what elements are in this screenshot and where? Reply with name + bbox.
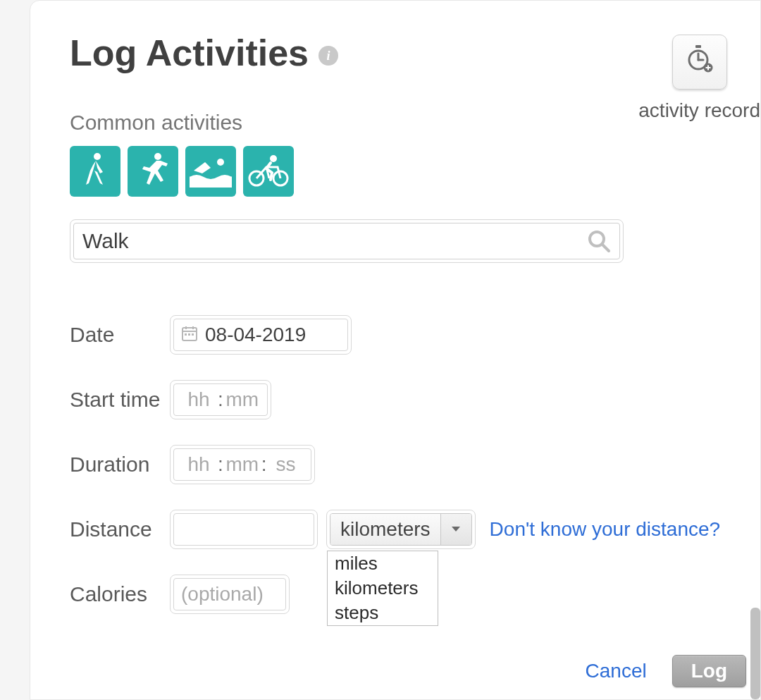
date-field[interactable] bbox=[173, 319, 348, 351]
cancel-button[interactable]: Cancel bbox=[586, 660, 647, 682]
distance-help-link[interactable]: Don't know your distance? bbox=[490, 518, 721, 541]
page-title: Log Activities i bbox=[70, 32, 338, 74]
activity-record-label: activity record bbox=[638, 99, 760, 122]
form-grid: Date bbox=[70, 315, 760, 614]
stopwatch-add-icon bbox=[684, 44, 715, 80]
activity-record-section: activity record bbox=[638, 35, 760, 122]
duration-ss-input[interactable] bbox=[268, 453, 304, 476]
svg-rect-19 bbox=[185, 333, 187, 336]
activity-record-button[interactable] bbox=[672, 35, 727, 90]
row-distance: Distance kilometers Don't know your dist… bbox=[70, 510, 760, 549]
log-activities-panel: Log Activities i activity record Common … bbox=[30, 0, 761, 700]
duration-hh-input[interactable] bbox=[181, 453, 216, 476]
activity-search-input[interactable] bbox=[82, 229, 587, 253]
scrollbar-thumb[interactable] bbox=[750, 608, 760, 699]
activity-search-field[interactable] bbox=[73, 223, 620, 259]
distance-unit-select-wrap: kilometers bbox=[326, 510, 476, 549]
unit-option-kilometers[interactable]: kilometers bbox=[328, 576, 438, 601]
start-mm-input[interactable] bbox=[225, 388, 260, 411]
svg-point-9 bbox=[217, 159, 224, 166]
colon: : bbox=[216, 453, 225, 476]
start-hh-input[interactable] bbox=[181, 388, 216, 411]
activity-walk-button[interactable] bbox=[70, 146, 120, 197]
colon: : bbox=[260, 453, 268, 476]
label-start-time: Start time bbox=[70, 388, 170, 412]
distance-unit-dropdown[interactable]: miles kilometers steps bbox=[327, 551, 438, 626]
svg-point-7 bbox=[94, 153, 101, 160]
activity-swim-button[interactable] bbox=[185, 146, 236, 197]
distance-wrap bbox=[170, 510, 318, 549]
date-field-wrap bbox=[170, 315, 352, 355]
start-time-wrap: : bbox=[170, 380, 271, 419]
label-distance: Distance bbox=[70, 517, 170, 541]
duration-mm-input[interactable] bbox=[225, 453, 260, 476]
calories-wrap bbox=[170, 575, 290, 614]
label-date: Date bbox=[70, 323, 170, 347]
svg-rect-20 bbox=[188, 333, 190, 336]
chevron-down-icon bbox=[440, 514, 471, 545]
swim-icon bbox=[190, 152, 232, 190]
page-title-text: Log Activities bbox=[70, 32, 309, 74]
activity-bike-button[interactable] bbox=[243, 146, 294, 197]
activity-run-button[interactable] bbox=[128, 146, 178, 197]
svg-line-14 bbox=[602, 245, 609, 251]
calories-field[interactable] bbox=[173, 578, 286, 610]
row-start-time: Start time : bbox=[70, 380, 760, 419]
common-activities-row bbox=[70, 146, 760, 197]
svg-point-8 bbox=[154, 153, 161, 160]
unit-option-miles[interactable]: miles bbox=[328, 551, 438, 576]
label-duration: Duration bbox=[70, 453, 170, 477]
svg-rect-0 bbox=[695, 45, 701, 48]
date-input[interactable] bbox=[205, 324, 340, 346]
info-icon[interactable]: i bbox=[318, 46, 338, 66]
calendar-icon bbox=[181, 325, 198, 345]
start-time-field[interactable]: : bbox=[173, 383, 268, 416]
duration-wrap: : : bbox=[170, 445, 315, 484]
duration-field[interactable]: : : bbox=[173, 448, 311, 481]
calories-input[interactable] bbox=[181, 583, 278, 606]
distance-input[interactable] bbox=[181, 518, 307, 541]
search-icon bbox=[587, 229, 611, 253]
unit-option-steps[interactable]: steps bbox=[328, 601, 438, 625]
row-date: Date bbox=[70, 315, 760, 355]
bike-icon bbox=[247, 153, 290, 190]
log-button[interactable]: Log bbox=[672, 655, 746, 687]
label-calories: Calories bbox=[70, 582, 170, 606]
colon: : bbox=[216, 388, 225, 411]
walk-icon bbox=[79, 151, 111, 192]
activity-search-wrap bbox=[70, 219, 624, 263]
footer-row: Cancel Log bbox=[70, 655, 746, 687]
distance-unit-select[interactable]: kilometers bbox=[330, 513, 472, 546]
svg-rect-21 bbox=[192, 333, 194, 336]
svg-point-12 bbox=[270, 155, 277, 162]
run-icon bbox=[134, 151, 172, 192]
row-duration: Duration : : bbox=[70, 445, 760, 484]
distance-field[interactable] bbox=[173, 513, 314, 546]
distance-unit-value: kilometers bbox=[330, 514, 440, 545]
